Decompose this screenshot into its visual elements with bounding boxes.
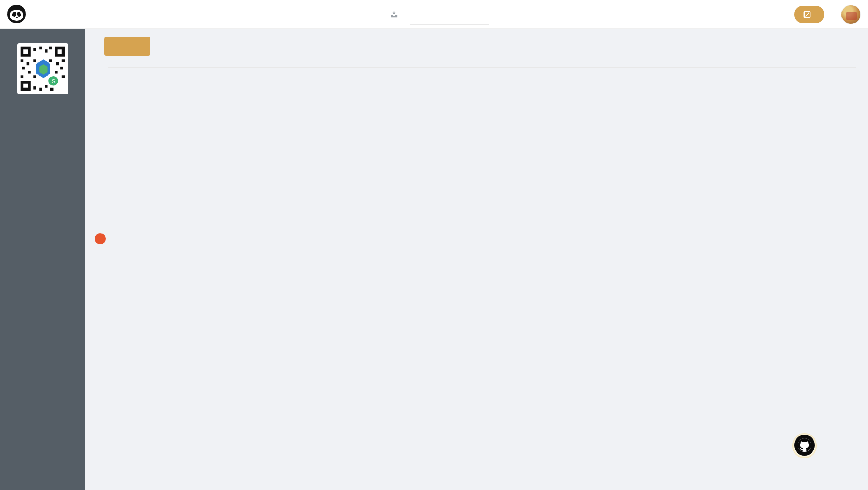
github-icon — [794, 435, 815, 456]
tab-resource-share[interactable] — [390, 0, 402, 28]
menu-table — [108, 67, 856, 68]
sidebar-collapse-button[interactable] — [95, 233, 106, 244]
github-corner[interactable] — [792, 433, 817, 458]
qr-code: S — [17, 43, 68, 94]
svg-text:S: S — [51, 78, 55, 84]
sidebar-nav: S — [0, 29, 85, 490]
add-menu-button[interactable] — [104, 37, 150, 56]
app-logo[interactable] — [7, 5, 32, 23]
user-avatar[interactable] — [841, 5, 861, 24]
panda-logo-icon — [7, 5, 26, 23]
top-header — [0, 0, 868, 29]
main-content — [85, 29, 868, 490]
inbox-share-icon — [390, 10, 398, 18]
tab-underline — [410, 24, 489, 25]
edit-square-icon — [803, 11, 811, 18]
publish-article-button[interactable] — [794, 6, 824, 23]
